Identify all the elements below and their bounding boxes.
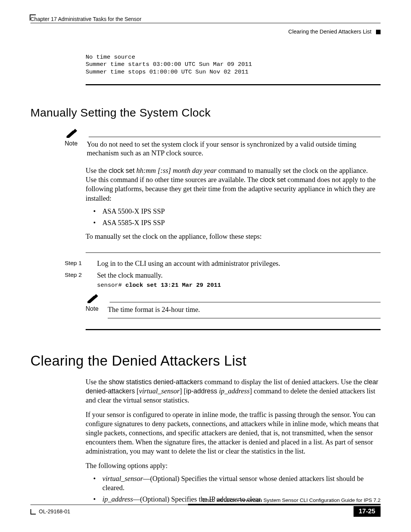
step-body: Set the clock manually. sensor# clock se… <box>97 272 381 289</box>
cmd-show-stats: show statistics denied-attackers <box>109 378 203 386</box>
heading-clearing-denied: Clearing the Denied Attackers List <box>30 353 381 369</box>
prompt: sensor# <box>97 282 125 289</box>
page-footer: Cisco Intrusion Prevention System Sensor… <box>30 497 381 517</box>
running-header-right: Clearing the Denied Attackers List <box>30 29 381 35</box>
txt: ] [ <box>180 387 186 395</box>
pencil-icon <box>87 294 98 303</box>
para-follow-steps: To manually set the clock on the applian… <box>86 232 381 241</box>
arg-virtual-sensor: virtual_sensor <box>102 475 143 482</box>
txt: Use the <box>86 378 109 386</box>
section-end-rule-2 <box>86 329 381 330</box>
doc-id-text: OL-29168-01 <box>39 508 70 514</box>
cmd-clock-set: clock set <box>109 167 135 174</box>
note-rule-bottom <box>108 318 381 318</box>
arg-virtual-sensor: virtual_sensor <box>139 387 180 395</box>
section-end-rule <box>86 84 381 85</box>
txt: Use the <box>86 167 109 174</box>
step-1: Step 1 Log in to the CLI using an accoun… <box>30 260 381 268</box>
step-body: Log in to the CLI using an account with … <box>97 260 381 268</box>
page-number-badge: 17-25 <box>354 506 381 517</box>
note-label: Note <box>86 305 100 314</box>
heading-manual-clock: Manually Setting the System Clock <box>30 106 381 119</box>
footer-rule <box>30 504 381 505</box>
note-text-1: You do not need to set the system clock … <box>87 140 381 158</box>
header-rule <box>30 23 381 23</box>
code-output-block: No time source Summer time starts 03:00:… <box>86 54 381 76</box>
page: Chapter 17 Administrative Tasks for the … <box>0 0 411 532</box>
note-text-2: The time format is 24-hour time. <box>108 305 200 314</box>
arg-ip-address: ip_address <box>219 387 250 395</box>
note-rule-top <box>89 137 381 137</box>
step-label: Step 1 <box>65 260 86 268</box>
crop-mark-top-left <box>30 14 36 21</box>
note-rule-top <box>110 302 381 302</box>
txt: command to display the list of denied at… <box>203 378 364 386</box>
code-clock-set: sensor# clock set 13:21 Mar 29 2011 <box>97 282 381 289</box>
cmd-clock-set-2: clock set <box>260 176 286 184</box>
bullet-list-platforms: ASA 5500-X IPS SSP ASA 5585-X IPS SSP <box>93 207 381 227</box>
step-2: Step 2 Set the clock manually. sensor# c… <box>30 272 381 289</box>
steps-rule-top <box>86 252 381 253</box>
step-label: Step 2 <box>65 272 86 289</box>
txt: Set the clock manually. <box>97 272 162 279</box>
para-show-stats: Use the show statistics denied-attackers… <box>86 377 381 405</box>
cmd-ip-address: ip-address <box>186 387 217 395</box>
footer-doc-id: OL-29168-01 <box>30 508 70 514</box>
txt: [ <box>135 387 139 395</box>
para-inline-mode: If your sensor is configured to operate … <box>86 410 381 456</box>
list-item: virtual_sensor—(Optional) Specifies the … <box>93 474 381 492</box>
crop-mark-bottom-left <box>30 509 36 514</box>
pencil-icon <box>66 129 77 138</box>
header-square-icon <box>376 30 381 34</box>
para-options-apply: The following options apply: <box>86 461 381 470</box>
list-item: ASA 5500-X IPS SSP <box>93 207 381 216</box>
running-header-left: Chapter 17 Administrative Tasks for the … <box>30 16 381 22</box>
footer-guide-title: Cisco Intrusion Prevention System Sensor… <box>30 497 381 503</box>
para-clock-set: Use the clock set hh:mm [:ss] month day … <box>86 166 381 203</box>
code-bold: clock set 13:21 Mar 29 2011 <box>125 282 221 289</box>
list-item: ASA 5585-X IPS SSP <box>93 218 381 227</box>
arg-clock-set: hh:mm [:ss] month day year <box>136 167 217 174</box>
header-right-text: Clearing the Denied Attackers List <box>288 29 371 35</box>
note-label: Note <box>65 140 79 158</box>
note-block-2: Note The time format is 24-hour time. <box>86 294 381 318</box>
note-block-1: Note You do not need to set the system c… <box>65 129 381 158</box>
